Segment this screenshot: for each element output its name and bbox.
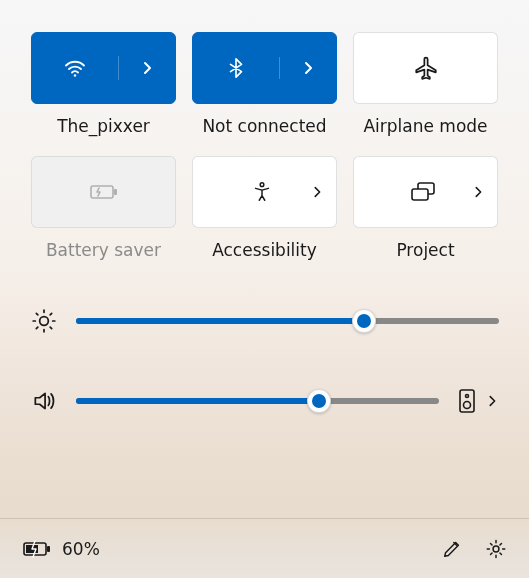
volume-right-controls (457, 388, 499, 414)
wifi-tile[interactable] (31, 32, 176, 104)
volume-fill (76, 398, 319, 404)
svg-point-8 (466, 395, 469, 398)
brightness-row (30, 308, 499, 334)
svg-rect-5 (412, 189, 428, 200)
battery-percent: 60% (62, 539, 100, 559)
project-expand[interactable] (471, 185, 485, 199)
bottom-bar: 60% (0, 518, 529, 578)
svg-rect-1 (91, 186, 113, 198)
accessibility-tile-wrap: Accessibility (191, 156, 338, 260)
battery-saver-tile-wrap: Battery saver (30, 156, 177, 260)
airplane-icon (413, 55, 439, 81)
battery-icon (22, 539, 52, 559)
project-tile[interactable] (353, 156, 498, 228)
svg-point-9 (464, 402, 471, 409)
svg-rect-2 (114, 189, 117, 195)
brightness-fill (76, 318, 364, 324)
battery-saver-icon (89, 181, 119, 203)
bluetooth-tile[interactable] (192, 32, 337, 104)
wifi-toggle[interactable] (32, 56, 119, 80)
bluetooth-toggle[interactable] (193, 57, 280, 79)
svg-point-6 (40, 317, 49, 326)
bluetooth-icon (225, 57, 247, 79)
project-tile-wrap: Project (352, 156, 499, 260)
accessibility-label: Accessibility (212, 240, 317, 260)
volume-slider[interactable] (76, 398, 439, 404)
gear-icon (485, 538, 507, 560)
audio-expand[interactable] (485, 394, 499, 408)
wifi-icon (63, 56, 87, 80)
brightness-slider[interactable] (76, 318, 499, 324)
battery-saver-tile (31, 156, 176, 228)
svg-rect-11 (47, 546, 50, 552)
battery-status[interactable]: 60% (22, 539, 100, 559)
accessibility-expand[interactable] (310, 185, 324, 199)
svg-point-3 (260, 183, 264, 187)
airplane-tile[interactable] (353, 32, 498, 104)
airplane-label: Airplane mode (363, 116, 487, 136)
brightness-thumb[interactable] (352, 309, 376, 333)
bluetooth-label: Not connected (202, 116, 326, 136)
project-label: Project (396, 240, 454, 260)
volume-thumb[interactable] (307, 389, 331, 413)
sliders-section (30, 308, 499, 414)
project-icon (410, 181, 436, 203)
volume-icon (30, 388, 58, 414)
wifi-label: The_pixxer (57, 116, 150, 136)
svg-point-13 (493, 546, 499, 552)
wifi-tile-wrap: The_pixxer (30, 32, 177, 136)
wifi-expand[interactable] (119, 60, 175, 76)
accessibility-icon (251, 181, 273, 203)
brightness-icon (30, 308, 58, 334)
chevron-right-icon (139, 60, 155, 76)
bluetooth-tile-wrap: Not connected (191, 32, 338, 136)
chevron-right-icon (300, 60, 316, 76)
battery-saver-label: Battery saver (46, 240, 161, 260)
audio-output-button[interactable] (457, 388, 477, 414)
bluetooth-expand[interactable] (280, 60, 336, 76)
airplane-tile-wrap: Airplane mode (352, 32, 499, 136)
accessibility-tile[interactable] (192, 156, 337, 228)
settings-button[interactable] (485, 538, 507, 560)
bottom-actions (441, 538, 507, 560)
tile-grid: The_pixxer (30, 32, 499, 260)
svg-point-0 (74, 74, 76, 76)
edit-button[interactable] (441, 538, 463, 560)
volume-row (30, 388, 499, 414)
pencil-icon (441, 538, 463, 560)
quick-settings-panel: The_pixxer (0, 0, 529, 414)
